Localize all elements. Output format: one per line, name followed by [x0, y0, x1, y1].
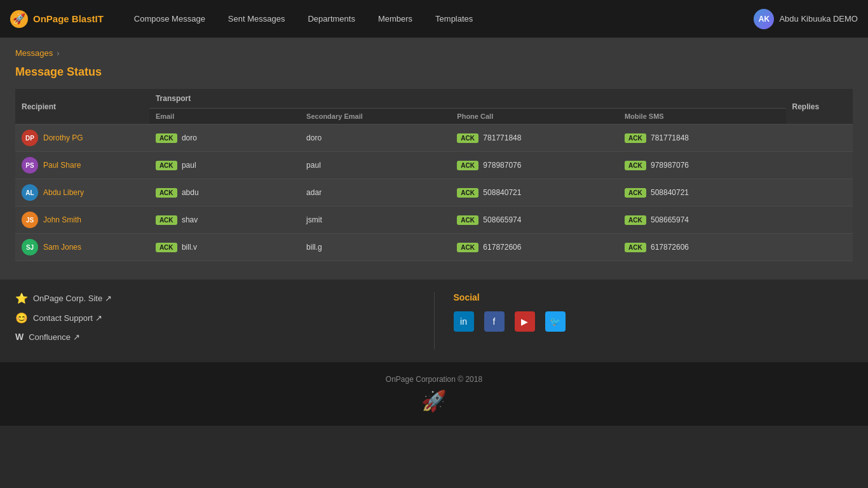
recipient-avatar-2: AL — [22, 184, 38, 201]
sms-ack-badge-3: ACK — [625, 215, 646, 225]
footer-rocket-icon: 🚀 — [13, 389, 855, 413]
youtube-icon[interactable]: ▶ — [515, 311, 535, 332]
nav-compose[interactable]: Compose Message — [123, 9, 217, 29]
email-cell-2: ACK abdu — [149, 179, 300, 207]
recipient-name-2[interactable]: Abdu Libery — [43, 188, 84, 197]
footer-link-confluence[interactable]: W Confluence ↗ — [15, 332, 415, 342]
footer-link-confluence-label: Confluence ↗ — [29, 332, 79, 342]
replies-cell-0 — [786, 125, 853, 152]
table-row: JS John Smith ACK shav jsmit ACK 5086659… — [15, 207, 853, 234]
linkedin-icon[interactable]: in — [454, 311, 474, 332]
email-val-3: shav — [182, 215, 198, 224]
recipient-name-3[interactable]: John Smith — [43, 215, 81, 224]
footer-link-support[interactable]: 😊 Contact Support ↗ — [15, 312, 415, 324]
nav-departments[interactable]: Departments — [296, 9, 366, 29]
email-val-4: bill.v — [182, 243, 197, 252]
nav-templates[interactable]: Templates — [424, 9, 484, 29]
user-name: Abdu Kibuuka DEMO — [779, 14, 858, 24]
phone-cell-0: ACK 781771848 — [451, 125, 618, 152]
recipient-cell-2: AL Abdu Libery — [15, 179, 149, 207]
sec-email-cell-1: paul — [300, 152, 451, 179]
footer-right: Social in f ▶ 🐦 — [435, 292, 853, 349]
col-replies-header: Replies — [786, 89, 853, 125]
recipient-name-4[interactable]: Sam Jones — [43, 243, 81, 252]
replies-cell-3 — [786, 207, 853, 234]
sec-email-val-1: paul — [306, 161, 321, 170]
sms-val-1: 978987076 — [651, 161, 689, 170]
sms-ack-badge-4: ACK — [625, 243, 646, 252]
status-table: Recipient Transport Replies Email Second… — [15, 89, 853, 261]
recipient-cell-1: PS Paul Share — [15, 152, 149, 179]
footer-link-site[interactable]: ⭐ OnPage Corp. Site ↗ — [15, 292, 415, 304]
nav-sent[interactable]: Sent Messages — [217, 9, 297, 29]
phone-val-1: 978987076 — [483, 161, 521, 170]
brand-name: OnPage BlastIT — [33, 13, 104, 24]
sms-cell-4: ACK 617872606 — [618, 234, 786, 261]
user-avatar: AK — [754, 9, 774, 29]
footer-link-support-label: Contact Support ↗ — [33, 313, 102, 323]
phone-ack-badge-2: ACK — [457, 188, 478, 198]
twitter-icon[interactable]: 🐦 — [545, 311, 566, 332]
phone-cell-3: ACK 508665974 — [451, 207, 618, 234]
recipient-avatar-4: SJ — [22, 239, 38, 255]
table-row: PS Paul Share ACK paul paul ACK 97898707… — [15, 152, 853, 179]
facebook-icon[interactable]: f — [484, 311, 505, 332]
email-ack-badge-1: ACK — [156, 161, 177, 170]
sec-email-cell-0: doro — [300, 125, 451, 152]
transport-header: Transport — [149, 89, 786, 109]
replies-cell-2 — [786, 179, 853, 207]
sms-cell-3: ACK 508665974 — [618, 207, 786, 234]
sec-email-val-3: jsmit — [306, 215, 322, 224]
phone-cell-4: ACK 617872606 — [451, 234, 618, 261]
email-cell-3: ACK shav — [149, 207, 300, 234]
recipient-name-1[interactable]: Paul Share — [43, 161, 81, 170]
navbar: 🚀 OnPage BlastIT Compose Message Sent Me… — [0, 0, 868, 38]
sec-email-val-2: adar — [306, 188, 322, 197]
replies-cell-4 — [786, 234, 853, 261]
recipient-avatar-0: DP — [22, 130, 38, 146]
social-icons: in f ▶ 🐦 — [454, 311, 853, 332]
breadcrumb-parent[interactable]: Messages — [15, 48, 53, 58]
wiki-icon: W — [15, 332, 24, 342]
brand[interactable]: 🚀 OnPage BlastIT — [10, 10, 104, 28]
content-area: Messages › Message Status Recipient Tran… — [0, 38, 868, 280]
nav-members[interactable]: Members — [367, 9, 424, 29]
sms-ack-badge-0: ACK — [625, 133, 646, 143]
email-cell-4: ACK bill.v — [149, 234, 300, 261]
email-ack-badge-0: ACK — [156, 133, 177, 143]
breadcrumb: Messages › — [15, 48, 853, 58]
recipient-cell-0: DP Dorothy PG — [15, 125, 149, 152]
sec-email-cell-2: adar — [300, 179, 451, 207]
footer-left: ⭐ OnPage Corp. Site ↗ 😊 Contact Support … — [15, 292, 435, 349]
sms-val-3: 508665974 — [651, 215, 689, 224]
recipient-cell-3: JS John Smith — [15, 207, 149, 234]
breadcrumb-sep: › — [57, 48, 59, 58]
phone-val-3: 508665974 — [483, 215, 521, 224]
email-cell-0: ACK doro — [149, 125, 300, 152]
col-recipient-header: Recipient — [15, 89, 149, 125]
user-menu[interactable]: AK Abdu Kibuuka DEMO — [754, 9, 858, 29]
phone-cell-2: ACK 508840721 — [451, 179, 618, 207]
table-row: DP Dorothy PG ACK doro doro ACK 78177184… — [15, 125, 853, 152]
recipient-avatar-3: JS — [22, 212, 38, 228]
recipient-avatar-1: PS — [22, 157, 38, 173]
star-icon: ⭐ — [15, 292, 28, 304]
phone-val-4: 617872606 — [483, 243, 521, 252]
email-ack-badge-4: ACK — [156, 243, 177, 252]
sec-email-val-4: bill.g — [306, 243, 322, 252]
phone-val-2: 508840721 — [483, 188, 521, 197]
nav-links: Compose Message Sent Messages Department… — [123, 9, 754, 29]
copyright: OnPage Corporation © 2018 — [13, 375, 855, 384]
recipient-name-0[interactable]: Dorothy PG — [43, 133, 83, 142]
sms-val-2: 508840721 — [651, 188, 689, 197]
sec-email-val-0: doro — [306, 133, 322, 142]
recipient-cell-4: SJ Sam Jones — [15, 234, 149, 261]
support-icon: 😊 — [15, 312, 28, 324]
phone-ack-badge-1: ACK — [457, 161, 478, 170]
phone-ack-badge-3: ACK — [457, 215, 478, 225]
footer-links-area: ⭐ OnPage Corp. Site ↗ 😊 Contact Support … — [0, 280, 868, 362]
email-cell-1: ACK paul — [149, 152, 300, 179]
sms-val-4: 617872606 — [651, 243, 689, 252]
phone-ack-badge-4: ACK — [457, 243, 478, 252]
email-ack-badge-3: ACK — [156, 215, 177, 225]
